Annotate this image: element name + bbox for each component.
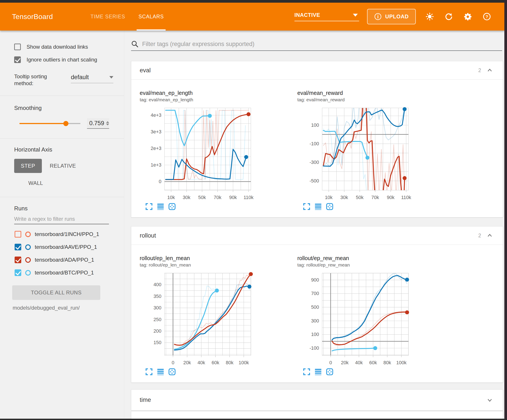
series-endpoint-dot[interactable] (373, 346, 377, 350)
series-endpoint-dot[interactable] (403, 107, 407, 111)
series-endpoint-dot[interactable] (403, 176, 407, 180)
chart-canvas[interactable]: 10k30k50k70k90k110k100-100-300-500 (297, 104, 421, 202)
log-scale-icon[interactable] (156, 203, 164, 211)
show-download-links-checkbox[interactable] (14, 44, 21, 50)
series-raw-tensorboard/BTC/PPO_1 (323, 129, 367, 194)
svg-text:3e+3: 3e+3 (151, 129, 162, 134)
expand-chart-icon[interactable] (145, 368, 153, 376)
stepper-up-icon[interactable] (106, 121, 109, 123)
svg-text:60k: 60k (369, 360, 377, 365)
app-header: TensorBoard TIME SERIES SCALARS INACTIVE… (0, 3, 504, 31)
upload-button[interactable]: UPLOAD (367, 9, 416, 24)
collapse-section-icon[interactable] (487, 68, 493, 73)
svg-text:50k: 50k (198, 195, 206, 200)
smoothing-slider[interactable] (20, 123, 80, 124)
run-checkbox[interactable] (15, 231, 21, 238)
expand-chart-icon[interactable] (303, 203, 311, 211)
series-endpoint-dot[interactable] (215, 289, 219, 293)
section-count-rollout: 2 (478, 233, 481, 239)
ignore-outliers-label: Ignore outliers in chart scaling (27, 57, 97, 63)
brightness-icon[interactable] (426, 12, 434, 21)
svg-text:300: 300 (311, 318, 319, 324)
series-endpoint-dot[interactable] (405, 310, 409, 314)
svg-text:20k: 20k (341, 360, 349, 365)
section-title-time: time (140, 397, 151, 403)
run-label: tensorboard/1INCH/PPO_1 (35, 231, 99, 237)
chart-toolbar (303, 203, 455, 211)
series-endpoint-dot[interactable] (249, 272, 253, 276)
window-chrome-top (0, 0, 507, 3)
chart-card: eval/mean_rewardtag: eval/mean_reward10k… (297, 90, 455, 211)
toggle-all-runs-button[interactable]: TOGGLE ALL RUNS (12, 285, 100, 300)
svg-text:30k: 30k (183, 195, 190, 200)
svg-text:100k: 100k (396, 360, 407, 365)
runs-filter-input[interactable] (14, 216, 109, 222)
series-endpoint-dot[interactable] (208, 114, 212, 118)
fit-domain-icon[interactable] (326, 368, 334, 376)
run-color-circle[interactable] (25, 244, 31, 250)
run-color-circle[interactable] (25, 257, 31, 263)
run-checkbox[interactable] (15, 269, 21, 276)
run-row[interactable]: tensorboard/AAVE/PPO_1 (0, 241, 124, 254)
dashboard-main: eval 2 eval/mean_ep_lengthtag: eval/mean… (124, 31, 504, 419)
series-raw-tensorboard/AAVE/PPO_1 (175, 283, 249, 350)
svg-text:400: 400 (154, 282, 162, 287)
svg-text:10k: 10k (325, 195, 332, 200)
tag-filter-input[interactable] (142, 41, 502, 48)
series-endpoint-dot[interactable] (247, 112, 251, 116)
expand-chart-icon[interactable] (303, 368, 311, 376)
svg-text:-300: -300 (310, 160, 319, 165)
fit-domain-icon[interactable] (168, 203, 176, 211)
fit-domain-icon[interactable] (168, 368, 176, 376)
log-scale-icon[interactable] (156, 368, 164, 376)
expand-chart-icon[interactable] (145, 203, 153, 211)
log-scale-icon[interactable] (314, 368, 322, 376)
svg-text:1e+3: 1e+3 (151, 162, 162, 168)
run-color-circle[interactable] (25, 270, 31, 275)
axis-step-button[interactable]: STEP (14, 159, 42, 173)
svg-text:-500: -500 (310, 178, 319, 184)
chart-toolbar (303, 368, 455, 376)
fit-domain-icon[interactable] (326, 203, 334, 211)
chart-canvas[interactable]: 10k30k50k70k90k110k01e+32e+33e+34e+3 (140, 104, 264, 202)
run-row[interactable]: tensorboard/ADA/PPO_1 (0, 254, 124, 266)
tooltip-sorting-label: Tooltip sorting method: (14, 73, 58, 87)
chart-canvas[interactable]: 020k40k60k80k100k150200250300350400 (140, 269, 264, 367)
svg-text:110k: 110k (244, 195, 254, 200)
run-checkbox[interactable] (15, 244, 21, 250)
tab-scalars[interactable]: SCALARS (132, 3, 170, 31)
expand-section-icon[interactable] (487, 397, 493, 403)
series-raw-tensorboard/ADA/PPO_1 (323, 104, 404, 200)
ignore-outliers-checkbox[interactable] (14, 56, 21, 63)
run-checkbox[interactable] (15, 256, 21, 263)
axis-wall-button[interactable]: WALL (22, 176, 49, 190)
tab-time-series[interactable]: TIME SERIES (84, 3, 132, 31)
svg-text:4e+3: 4e+3 (151, 113, 162, 118)
stepper-down-icon[interactable] (106, 124, 109, 125)
collapse-section-icon[interactable] (487, 233, 493, 238)
smoothing-stepper[interactable] (106, 121, 109, 125)
axis-relative-button[interactable]: RELATIVE (43, 159, 83, 173)
run-color-circle[interactable] (25, 232, 31, 237)
smoothing-value[interactable]: 0.759 (89, 120, 104, 127)
window-chrome-right-scroll-area[interactable] (504, 0, 507, 420)
series-endpoint-dot[interactable] (247, 285, 252, 289)
chart-canvas[interactable]: 020k40k60k80k100k900700500300100-100 (297, 269, 421, 367)
log-scale-icon[interactable] (314, 203, 322, 211)
run-row[interactable]: tensorboard/BTC/PPO_1 (0, 266, 124, 279)
chart-tag: tag: eval/mean_ep_length (140, 97, 297, 102)
refresh-icon[interactable] (444, 12, 453, 21)
series-endpoint-dot[interactable] (405, 278, 409, 282)
run-row[interactable]: tensorboard/1INCH/PPO_1 (0, 228, 124, 241)
help-icon[interactable]: ? (483, 12, 491, 21)
series-endpoint-dot[interactable] (244, 155, 248, 159)
svg-text:20k: 20k (183, 360, 191, 365)
settings-icon[interactable] (464, 12, 472, 21)
status-dropdown[interactable]: INACTIVE (295, 12, 359, 21)
chevron-down-icon (353, 14, 358, 17)
series-endpoint-dot[interactable] (366, 156, 370, 160)
runs-list: tensorboard/1INCH/PPO_1tensorboard/AAVE/… (0, 228, 124, 279)
smoothing-slider-handle[interactable] (63, 121, 68, 126)
svg-text:50k: 50k (356, 195, 364, 200)
tooltip-sorting-select[interactable]: default (71, 74, 113, 83)
